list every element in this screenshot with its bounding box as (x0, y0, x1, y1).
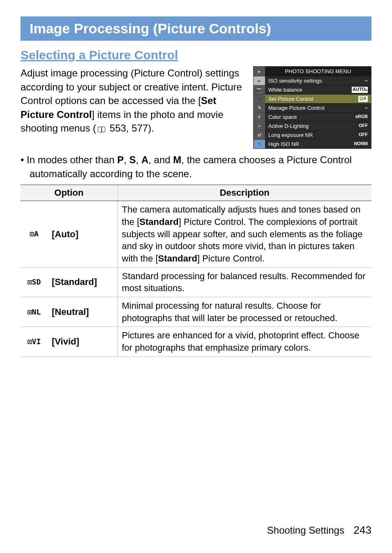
menu-row: 📷White balanceAUTO₁ (254, 85, 371, 94)
table-row: ⊡VI[Vivid]Pictures are enhanced for a vi… (21, 327, 371, 356)
menu-row: YColor spacesRGB (254, 112, 371, 121)
menu-sidebar-icon: 📷 (254, 85, 265, 94)
picture-control-table: Option Description ⊡A[Auto]The camera au… (21, 185, 371, 357)
playback-icon: ▸ (254, 67, 265, 76)
camera-menu-screenshot: ▸ PHOTO SHOOTING MENU ▸ISO sensitivity s… (253, 66, 371, 149)
menu-sidebar-icon: ▸ (254, 76, 265, 85)
mode-m: M (173, 154, 181, 165)
menu-sidebar-icon: Y (254, 112, 265, 121)
page-title-banner: Image Processing (Picture Controls) (21, 16, 371, 41)
menu-row: 🎥Set Picture Control⊡A (254, 94, 371, 103)
mode-s: S (129, 154, 136, 165)
menu-row: ▸ISO sensitivity settings-- (254, 76, 371, 85)
option-label: [Neutral] (48, 297, 118, 327)
menu-sidebar-icon: 🎥 (254, 94, 265, 103)
menu-row: ?High ISO NRNORM (254, 139, 371, 148)
menu-item-label: Long exposure NR (268, 132, 313, 138)
menu-item: Color spacesRGB (265, 112, 371, 121)
menu-item-label: ISO sensitivity settings (268, 78, 322, 84)
menu-item-value: AUTO₁ (352, 87, 368, 93)
menu-item: White balanceAUTO₁ (265, 85, 371, 94)
menu-sidebar-icon: ⇄ (254, 130, 265, 139)
menu-item-value: sRGB (355, 114, 368, 120)
option-icon: ⊡VI (21, 327, 48, 356)
menu-item-label: High ISO NR (268, 141, 299, 147)
menu-row: ⇄Long exposure NROFF (254, 130, 371, 139)
book-icon (98, 127, 105, 132)
bullet-note: In modes other than P, S, A, and M, the … (21, 153, 371, 180)
intro-paragraph: Adjust image processing (Picture Control… (21, 66, 247, 135)
option-description: Standard processing for balanced results… (118, 267, 371, 297)
menu-sidebar-icon: ✎ (254, 103, 265, 112)
option-icon: ⊡NL (21, 297, 48, 327)
menu-item: Set Picture Control⊡A (265, 94, 371, 103)
intro-refs: 553, 577). (107, 123, 154, 134)
bullet-pre: In modes other than (27, 154, 117, 165)
menu-item-value: ⊡A (358, 96, 368, 102)
footer-section: Shooting Settings (267, 525, 344, 536)
menu-item: ISO sensitivity settings-- (265, 76, 371, 85)
option-icon: ⊡SD (21, 267, 48, 297)
menu-header: ▸ PHOTO SHOOTING MENU (254, 67, 371, 76)
option-label: [Auto] (48, 201, 118, 267)
menu-item-label: Set Picture Control (268, 96, 313, 102)
option-description: Minimal processing for natural results. … (118, 297, 371, 327)
option-icon: ⊡A (21, 201, 48, 267)
mode-p: P (117, 154, 124, 165)
menu-sidebar-icon: ? (254, 139, 265, 148)
option-label: [Vivid] (48, 327, 118, 356)
menu-item-value: -- (365, 78, 368, 84)
menu-row: ✓Active D-LightingOFF (254, 121, 371, 130)
table-row: ⊡A[Auto]The camera automatically adjusts… (21, 201, 371, 267)
option-label: [Standard] (48, 267, 118, 297)
option-description: The camera automatically adjusts hues an… (118, 201, 371, 267)
menu-item-label: Manage Picture Control (268, 105, 325, 111)
menu-item-label: Color space (268, 114, 297, 120)
th-description: Description (118, 185, 371, 201)
page-number: 243 (354, 524, 371, 536)
intro-row: Adjust image processing (Picture Control… (21, 66, 371, 149)
menu-item: Active D-LightingOFF (265, 121, 371, 130)
menu-item: Long exposure NROFF (265, 130, 371, 139)
menu-item-label: White balance (268, 87, 302, 93)
menu-item-value: OFF (359, 123, 368, 129)
page-footer: Shooting Settings 243 (267, 524, 371, 537)
menu-item: High ISO NRNORM (265, 139, 371, 148)
mode-a: A (141, 154, 148, 165)
th-option: Option (21, 185, 118, 201)
menu-item-label: Active D-Lighting (268, 123, 309, 129)
menu-item-value: NORM (354, 141, 368, 147)
menu-item-value: OFF (359, 132, 368, 138)
table-row: ⊡SD[Standard]Standard processing for bal… (21, 267, 371, 297)
menu-item-value: -- (365, 105, 368, 111)
option-description: Pictures are enhanced for a vivid, photo… (118, 327, 371, 356)
menu-sidebar-icon: ✓ (254, 121, 265, 130)
menu-item: Manage Picture Control-- (265, 103, 371, 112)
menu-title: PHOTO SHOOTING MENU (265, 67, 371, 76)
menu-row: ✎Manage Picture Control-- (254, 103, 371, 112)
section-heading: Selecting a Picture Control (21, 48, 371, 62)
table-row: ⊡NL[Neutral]Minimal processing for natur… (21, 297, 371, 327)
